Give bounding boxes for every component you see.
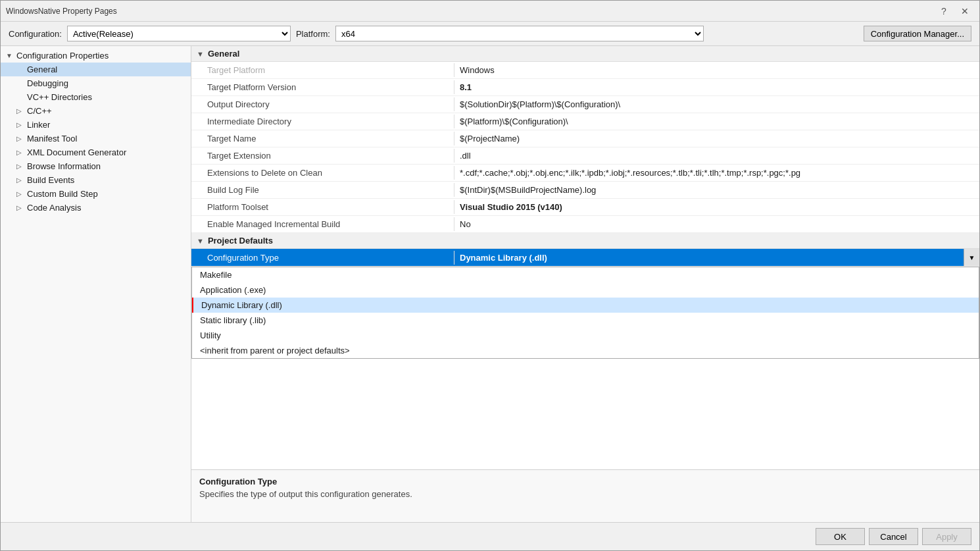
table-row[interactable]: Intermediate Directory $(Platform)\$(Con… [191, 113, 979, 130]
dropdown-item-lib[interactable]: Static library (.lib) [192, 313, 979, 328]
button-bar: OK Cancel Apply [1, 522, 979, 550]
platform-select[interactable]: x64 [335, 26, 704, 41]
prop-name-target-platform: Target Platform [191, 63, 454, 77]
prop-name-config-type: Configuration Type [191, 251, 454, 265]
prop-value-build-log: $(IntDir)$(MSBuildProjectName).log [454, 183, 979, 197]
title-bar: WindowsNative Property Pages ? ✕ [1, 1, 979, 22]
sidebar-label-custom-build: Custom Build Step [27, 189, 98, 199]
table-row[interactable]: Target Platform Windows [191, 62, 979, 79]
sidebar-item-vc-dirs[interactable]: VC++ Directories [1, 90, 191, 104]
dropdown-item-inherit[interactable]: <inherit from parent or project defaults… [192, 343, 979, 358]
table-row[interactable]: Extensions to Delete on Clean *.cdf;*.ca… [191, 165, 979, 182]
project-defaults-arrow: ▼ [197, 237, 204, 245]
tree-arrow-xml-doc: ▷ [16, 149, 27, 156]
table-row[interactable]: Target Extension .dll [191, 147, 979, 165]
sidebar-label-config-props: Configuration Properties [16, 51, 109, 61]
dropdown-item-makefile[interactable]: Makefile [192, 267, 979, 282]
prop-value-target-ext: .dll [454, 149, 979, 163]
config-manager-button[interactable]: Configuration Manager... [864, 26, 971, 41]
tree-arrow-cpp: ▷ [16, 107, 27, 115]
sidebar-item-custom-build[interactable]: ▷ Custom Build Step [1, 187, 191, 201]
sidebar-label-cpp: C/C++ [27, 106, 52, 116]
sidebar-item-manifest-tool[interactable]: ▷ Manifest Tool [1, 132, 191, 145]
config-type-dropdown-btn[interactable]: ▼ [964, 249, 979, 266]
sidebar-label-xml-doc: XML Document Generator [27, 147, 126, 157]
sidebar-label-manifest-tool: Manifest Tool [27, 134, 77, 144]
title-bar-controls: ? ✕ [935, 2, 974, 20]
prop-name-target-name: Target Name [191, 132, 454, 145]
table-row[interactable]: Target Name $(ProjectName) [191, 130, 979, 147]
prop-value-platform-toolset: Visual Studio 2015 (v140) [454, 200, 979, 214]
tree-arrow-manifest-tool: ▷ [16, 135, 27, 142]
tree-arrow-code-analysis: ▷ [16, 204, 27, 211]
configuration-select[interactable]: Active(Release) [67, 26, 291, 41]
sidebar-label-vc-dirs: VC++ Directories [27, 92, 92, 102]
platform-label: Platform: [296, 29, 330, 39]
dropdown-item-utility[interactable]: Utility [192, 328, 979, 343]
sidebar-label-browse-info: Browse Information [27, 161, 101, 171]
sidebar-item-xml-doc[interactable]: ▷ XML Document Generator [1, 145, 191, 159]
general-section-header[interactable]: ▼ General [191, 46, 979, 62]
table-row[interactable]: Output Directory $(SolutionDir)$(Platfor… [191, 96, 979, 113]
config-label: Configuration: [9, 29, 62, 39]
prop-name-ext-delete: Extensions to Delete on Clean [191, 166, 454, 180]
ok-button[interactable]: OK [816, 528, 865, 545]
apply-button[interactable]: Apply [922, 528, 971, 545]
prop-value-intermediate-dir: $(Platform)\$(Configuration)\ [454, 115, 979, 128]
prop-value-config-type: Dynamic Library (.dll) [454, 251, 964, 265]
tree-arrow-linker: ▷ [16, 121, 27, 128]
config-type-value-area: Dynamic Library (.dll) ▼ [454, 249, 979, 266]
table-row[interactable]: Enable Managed Incremental Build No [191, 216, 979, 233]
sidebar-item-browse-info[interactable]: ▷ Browse Information [1, 159, 191, 173]
sidebar-label-code-analysis: Code Analysis [27, 203, 81, 213]
general-section-title: General [208, 49, 239, 59]
sidebar-item-cpp[interactable]: ▷ C/C++ [1, 104, 191, 118]
prop-value-output-dir: $(SolutionDir)$(Platform)\$(Configuratio… [454, 97, 979, 111]
table-row[interactable]: Build Log File $(IntDir)$(MSBuildProject… [191, 182, 979, 199]
tree-arrow-build-events: ▷ [16, 176, 27, 184]
dropdown-item-dll[interactable]: Dynamic Library (.dll) [192, 298, 979, 313]
prop-name-intermediate-dir: Intermediate Directory [191, 115, 454, 128]
tree-arrow-browse-info: ▷ [16, 163, 27, 170]
project-defaults-section-header[interactable]: ▼ Project Defaults [191, 233, 979, 249]
prop-name-target-ext: Target Extension [191, 149, 454, 163]
project-defaults-title: Project Defaults [208, 236, 273, 246]
config-bar: Configuration: Active(Release) Platform:… [1, 22, 979, 46]
table-row[interactable]: Target Platform Version 8.1 [191, 79, 979, 96]
sidebar-label-build-events: Build Events [27, 175, 74, 185]
close-button[interactable]: ✕ [956, 2, 974, 20]
sidebar-item-linker[interactable]: ▷ Linker [1, 118, 191, 132]
sidebar-label-debugging: Debugging [27, 78, 68, 88]
prop-name-output-dir: Output Directory [191, 97, 454, 111]
window-title: WindowsNative Property Pages [6, 7, 935, 16]
prop-value-target-platform-ver: 8.1 [454, 80, 979, 94]
sidebar-label-general: General [27, 65, 57, 74]
property-grid: ▼ General Target Platform Windows Target… [191, 46, 979, 469]
sidebar-label-linker: Linker [27, 120, 50, 130]
sidebar-item-debugging[interactable]: Debugging [1, 76, 191, 90]
table-row[interactable]: Platform Toolset Visual Studio 2015 (v14… [191, 199, 979, 216]
description-title: Configuration Type [199, 477, 971, 486]
prop-value-managed-incr: No [454, 217, 979, 231]
main-area: ▼ Configuration Properties General Debug… [1, 46, 979, 522]
main-window: WindowsNative Property Pages ? ✕ Configu… [0, 0, 980, 551]
tree-arrow-custom-build: ▷ [16, 190, 27, 197]
description-panel: Configuration Type Specifies the type of… [191, 469, 979, 522]
sidebar-item-build-events[interactable]: ▷ Build Events [1, 173, 191, 187]
prop-value-target-name: $(ProjectName) [454, 132, 979, 145]
cancel-button[interactable]: Cancel [869, 528, 918, 545]
general-section-arrow: ▼ [197, 50, 204, 58]
sidebar-item-config-props[interactable]: ▼ Configuration Properties [1, 49, 191, 63]
prop-name-platform-toolset: Platform Toolset [191, 200, 454, 214]
dropdown-item-app[interactable]: Application (.exe) [192, 282, 979, 298]
description-text: Specifies the type of output this config… [199, 489, 971, 499]
prop-name-build-log: Build Log File [191, 183, 454, 197]
sidebar-item-general[interactable]: General [1, 63, 191, 76]
sidebar-item-code-analysis[interactable]: ▷ Code Analysis [1, 201, 191, 215]
prop-value-target-platform: Windows [454, 63, 979, 77]
config-type-row[interactable]: Configuration Type Dynamic Library (.dll… [191, 249, 979, 267]
prop-name-target-platform-ver: Target Platform Version [191, 80, 454, 94]
tree-arrow-config-props: ▼ [6, 52, 16, 59]
content-area: ▼ General Target Platform Windows Target… [191, 46, 979, 522]
help-button[interactable]: ? [935, 2, 953, 20]
